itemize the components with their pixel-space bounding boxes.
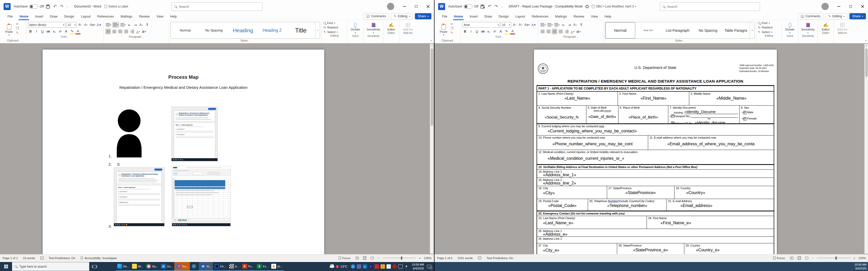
restore-button[interactable] (410, 0, 422, 13)
tab-home[interactable]: Home (451, 13, 466, 20)
replace-button[interactable]: ⇆Replace (758, 26, 780, 29)
grow-font-button[interactable]: A^ (78, 22, 83, 28)
show-marks-button[interactable]: ¶ (145, 22, 150, 28)
taskbar-app-word[interactable]: WW... (199, 262, 213, 271)
dictate-button[interactable]: Dictate▾ (349, 22, 362, 34)
volume-muted-icon[interactable]: ✕ (404, 264, 409, 269)
align-right-button[interactable] (118, 29, 123, 34)
bullets-button[interactable]: ▾ (540, 22, 546, 28)
increase-indent-button[interactable]: ⇥ (133, 22, 138, 28)
quick-access-chevron-icon[interactable]: ⌄ (66, 5, 68, 8)
sensitivity-button[interactable]: Sensitivity▾ (800, 22, 816, 34)
tab-help[interactable]: Help (601, 13, 615, 20)
minimize-button[interactable] (398, 0, 410, 13)
quick-access-chevron-icon[interactable]: ⌄ (501, 5, 503, 8)
change-case-button[interactable]: Aa▾ (524, 22, 530, 28)
justify-button[interactable] (123, 29, 129, 34)
tab-mailings[interactable]: Mailings (552, 13, 570, 20)
decrease-indent-button[interactable]: ⇤ (127, 22, 132, 28)
focus-button[interactable]: Focus (773, 257, 785, 260)
highlight-button[interactable]: ✎ (504, 29, 509, 34)
style-table-paragraph[interactable]: Table Paragra (722, 22, 750, 38)
text-effects-button[interactable]: A (498, 29, 503, 34)
tab-draw[interactable]: Draw (481, 13, 495, 20)
align-left-button[interactable] (105, 29, 111, 34)
avatar[interactable] (387, 3, 394, 10)
tab-file[interactable]: File (4, 13, 16, 20)
style-normal[interactable]: Normal (605, 22, 635, 38)
font-launcher-icon[interactable]: ⌟ (68, 36, 69, 38)
select-button[interactable]: ↖Select▾ (758, 30, 780, 34)
text-effects-button[interactable]: A (64, 29, 69, 34)
autosave-control[interactable]: AutoSave Off (14, 4, 44, 9)
editing-mode-button[interactable]: ✎Editing▾ (391, 13, 413, 20)
style-no-spacing[interactable]: No Spacing (694, 22, 722, 38)
text-predictions[interactable]: Text Predictions: On (487, 257, 513, 260)
share-button[interactable]: Share▾ (415, 13, 431, 20)
zoom-in-button[interactable]: + (419, 257, 421, 260)
zoom-slider[interactable] (817, 258, 850, 258)
dictate-button[interactable]: Dictate▾ (783, 22, 797, 34)
scrollbar-thumb[interactable] (865, 48, 868, 77)
bullets-button[interactable]: ▾ (105, 22, 112, 28)
style-heading1[interactable]: Heading (228, 22, 257, 38)
taskbar-app-powerpoint[interactable]: PPo... (241, 262, 255, 271)
accessibility-status[interactable]: Accessibility: Investigate (85, 257, 117, 260)
cut-icon[interactable]: ✂ (451, 22, 454, 26)
styles-launcher-icon[interactable]: ⌟ (249, 40, 250, 42)
tab-review[interactable]: Review (136, 13, 153, 20)
word-count[interactable]: 2191 words (458, 257, 473, 260)
style-list-paragraph[interactable]: List Paragraph (661, 22, 694, 38)
style-body-text[interactable]: Body Text (635, 22, 661, 38)
format-painter-icon[interactable]: ✎ (16, 31, 19, 35)
scrollbar-thumb[interactable] (431, 48, 433, 126)
undo-icon[interactable]: ↶ (54, 4, 57, 8)
page-indicator[interactable]: Page 1 of 6 (437, 257, 452, 260)
paragraph-launcher-icon[interactable]: ⌟ (578, 36, 579, 38)
zoom-in-button[interactable]: + (854, 257, 855, 260)
show-marks-button[interactable]: ¶ (579, 22, 584, 28)
align-center-button[interactable] (546, 29, 551, 34)
borders-button[interactable]: ⊞▾ (576, 29, 581, 34)
autosave-toggle[interactable] (29, 4, 38, 9)
sort-button[interactable]: A↓ (139, 22, 144, 28)
addins-button[interactable]: Add-ins (401, 22, 415, 31)
superscript-button[interactable]: x² (492, 29, 497, 34)
collapse-ribbon-icon[interactable]: ˅ (865, 39, 866, 42)
line-spacing-button[interactable]: ↕ (129, 29, 134, 34)
web-layout-button[interactable] (804, 256, 809, 260)
zoom-slider-thumb[interactable] (401, 257, 402, 260)
redo-icon[interactable]: ↷ (494, 4, 498, 8)
grow-font-button[interactable]: A^ (512, 22, 517, 28)
read-mode-button[interactable] (789, 256, 794, 260)
italic-button[interactable]: I (468, 29, 473, 34)
start-button[interactable] (0, 262, 12, 271)
change-case-button[interactable]: Aa▾ (89, 22, 96, 28)
font-color-button[interactable]: A (75, 29, 81, 34)
editor-button[interactable]: ✍Editor (819, 22, 832, 31)
taskbar-app-react[interactable] (190, 262, 199, 271)
align-right-button[interactable] (552, 29, 557, 34)
borders-button[interactable]: ⊞▾ (141, 29, 147, 34)
title-search-box[interactable]: Search (172, 2, 262, 11)
taskbar-app-chrome[interactable]: My... (145, 262, 159, 271)
styles-launcher-icon[interactable]: ⌟ (684, 40, 685, 42)
zoom-out-button[interactable]: − (377, 257, 379, 260)
shrink-font-button[interactable]: A˅ (84, 22, 89, 28)
taskbar-app-flag[interactable]: A... (227, 262, 241, 271)
shading-button[interactable]: ◬▾ (135, 29, 141, 34)
taskbar-app-sticky-notes[interactable]: Mi... (130, 262, 145, 271)
numbering-button[interactable]: ▾ (113, 22, 119, 28)
shading-button[interactable]: ◬▾ (570, 29, 575, 34)
comments-button[interactable]: Comments (364, 13, 389, 20)
clear-formatting-button[interactable]: A✦ (531, 22, 536, 28)
bold-button[interactable]: B (462, 29, 468, 34)
increase-indent-button[interactable]: ⇥ (567, 22, 572, 28)
tab-help[interactable]: Help (167, 13, 180, 20)
style-no-spacing[interactable]: No Spacing (199, 22, 228, 38)
zoom-level[interactable]: 120% (424, 257, 431, 260)
info-tray-icon[interactable]: i (369, 264, 373, 269)
save-icon[interactable] (46, 5, 50, 8)
weather-widget[interactable]: 113°C (330, 265, 347, 268)
numbering-button[interactable]: ▾ (547, 22, 553, 28)
